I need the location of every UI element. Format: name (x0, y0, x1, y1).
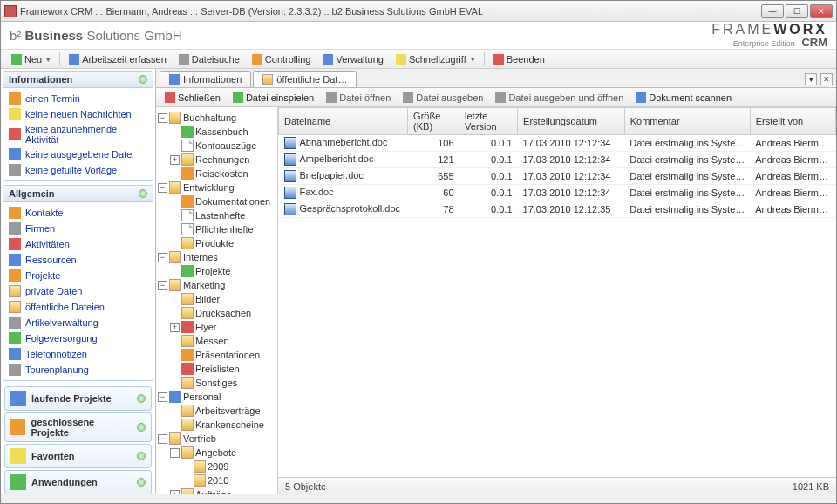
tree-entwicklung[interactable]: −Entwicklung (158, 180, 276, 194)
table-row[interactable]: Briefpapier.doc6550.0.117.03.2010 12:12:… (279, 168, 836, 185)
tree-lastenhefte[interactable]: Lastenhefte (158, 208, 276, 222)
col-groesse[interactable]: Größe (KB) (408, 108, 459, 135)
tree-flyer[interactable]: +Flyer (158, 320, 276, 334)
tree-krankenscheine[interactable]: Krankenscheine (158, 418, 276, 432)
expand-icon (137, 423, 146, 432)
tree-auftraege[interactable]: +Aufträge (158, 487, 276, 494)
nav-aktivitaeten[interactable]: Aktivitäten (5, 236, 151, 252)
tree-kassenbuch[interactable]: Kassenbuch (158, 125, 276, 139)
tree-praesentationen[interactable]: Präsentationen (158, 348, 276, 362)
folder-icon (181, 307, 194, 319)
menu-arbeitszeit[interactable]: Arbeitszeit erfassen (64, 52, 172, 66)
tree-marketing[interactable]: −Marketing (158, 278, 276, 292)
nav-telefonnotizen[interactable]: Telefonnotizen (5, 346, 151, 362)
tab-informationen[interactable]: Informationen (160, 71, 251, 87)
info-link-nachrichten[interactable]: keine neuen Nachrichten (5, 106, 151, 122)
tree-drucksachen[interactable]: Drucksachen (158, 306, 276, 320)
tree-produkte[interactable]: Produkte (158, 236, 276, 250)
close-button[interactable]: ✕ (810, 4, 833, 18)
expand-icon[interactable]: + (170, 323, 180, 332)
file-table[interactable]: Dateiname Größe (KB) letzte Version Erst… (278, 107, 836, 477)
menu-schnellzugriff[interactable]: Schnellzugriff▾ (391, 52, 480, 66)
nav-folgeversorgung[interactable]: Folgeversorgung (5, 330, 151, 346)
expand-icon[interactable]: + (170, 155, 180, 165)
tree-2010[interactable]: 2010 (158, 473, 276, 487)
tab-oeffentliche-dateien[interactable]: öffentliche Dat… (253, 71, 357, 87)
folder-tree[interactable]: −Buchhaltung Kassenbuch Kontoauszüge +Re… (156, 107, 278, 494)
col-erstellt-von[interactable]: Erstellt von (750, 108, 835, 135)
info-link-termin[interactable]: einen Termin (5, 91, 151, 106)
info-link-datei[interactable]: keine ausgegebene Datei (5, 146, 151, 162)
info-link-vorlage[interactable]: keine gefüllte Vorlage (5, 162, 151, 178)
collapse-icon[interactable]: − (158, 281, 167, 290)
nav-artikelverwaltung[interactable]: Artikelverwaltung (5, 315, 151, 330)
info-link-aktivitaet[interactable]: keine anzunehmende Aktivität (5, 122, 151, 146)
calendar-icon (9, 92, 21, 105)
btn-dokument-scannen[interactable]: Dokument scannen (630, 91, 737, 105)
main-toolbar: Neu▾ Arbeitszeit erfassen Dateisuche Con… (1, 50, 836, 69)
menu-verwaltung[interactable]: Verwaltung (317, 52, 388, 66)
tree-2009[interactable]: 2009 (158, 460, 276, 473)
tree-sonstiges[interactable]: Sonstiges (158, 376, 276, 390)
table-row[interactable]: Abnahmebericht.doc1060.0.117.03.2010 12:… (279, 135, 836, 152)
btn-datei-ausgeben[interactable]: Datei ausgeben (398, 91, 488, 105)
tab-close-button[interactable]: ✕ (820, 73, 833, 85)
shortcut-favoriten[interactable]: Favoriten (4, 444, 152, 468)
panel-head-allgemein[interactable]: Allgemein (3, 186, 153, 202)
col-dateiname[interactable]: Dateiname (279, 108, 408, 135)
tree-internes[interactable]: −Internes (158, 250, 276, 264)
contacts-icon (9, 207, 21, 219)
collapse-icon[interactable]: − (158, 434, 167, 444)
btn-schliessen[interactable]: Schließen (160, 91, 226, 105)
tree-vertrieb[interactable]: −Vertrieb (158, 432, 276, 446)
exit-icon (493, 54, 504, 65)
tree-arbeitsvertraege[interactable]: Arbeitsverträge (158, 404, 276, 418)
tree-dokumentationen[interactable]: Dokumentationen (158, 194, 276, 208)
tree-buchhaltung[interactable]: −Buchhaltung (158, 111, 276, 125)
panel-head-informationen[interactable]: Informationen (3, 72, 153, 88)
table-row[interactable]: Ampelbericht.doc1210.0.117.03.2010 12:12… (279, 152, 836, 168)
tree-angebote[interactable]: −Angebote (158, 446, 276, 460)
company-bold: Business (25, 28, 84, 43)
tree-projekte[interactable]: Projekte (158, 264, 276, 278)
tree-messen[interactable]: Messen (158, 334, 276, 348)
tree-personal[interactable]: −Personal (158, 390, 276, 404)
collapse-icon[interactable]: − (158, 253, 167, 262)
minimize-button[interactable]: — (761, 4, 784, 18)
nav-firmen[interactable]: Firmen (5, 221, 151, 236)
menu-dateisuche[interactable]: Dateisuche (174, 52, 245, 66)
col-version[interactable]: letzte Version (459, 108, 518, 135)
tree-reisekosten[interactable]: Reisekosten (158, 167, 276, 180)
nav-kontakte[interactable]: Kontakte (5, 205, 151, 221)
btn-datei-oeffnen[interactable]: Datei öffnen (321, 91, 396, 105)
menu-beenden[interactable]: Beenden (488, 52, 550, 66)
btn-datei-einspielen[interactable]: Datei einspielen (228, 91, 319, 105)
collapse-icon[interactable]: − (158, 113, 167, 123)
menu-neu[interactable]: Neu▾ (6, 52, 56, 66)
tree-kontoauszuege[interactable]: Kontoauszüge (158, 139, 276, 153)
export-open-icon (495, 92, 506, 103)
collapse-icon[interactable]: − (170, 448, 180, 458)
tree-bilder[interactable]: Bilder (158, 292, 276, 306)
table-row[interactable]: Gesprächsprotokoll.doc780.0.117.03.2010 … (279, 201, 836, 218)
btn-datei-ausgeben-oeffnen[interactable]: Datei ausgeben und öffnen (490, 91, 629, 105)
table-row[interactable]: Fax.doc600.0.117.03.2010 12:12:34Datei e… (279, 185, 836, 201)
collapse-icon[interactable]: − (158, 183, 167, 193)
nav-private-daten[interactable]: private Daten (5, 283, 151, 299)
nav-tourenplanung[interactable]: Tourenplanung (5, 362, 151, 378)
maximize-button[interactable]: ☐ (786, 4, 808, 18)
nav-ressourcen[interactable]: Ressourcen (5, 252, 151, 268)
menu-controlling[interactable]: Controlling (247, 52, 316, 66)
nav-projekte[interactable]: Projekte (5, 268, 151, 283)
shortcut-geschlossene-projekte[interactable]: geschlossene Projekte (4, 412, 152, 442)
tree-pflichtenhefte[interactable]: Pflichtenhefte (158, 222, 276, 236)
shortcut-laufende-projekte[interactable]: laufende Projekte (4, 386, 152, 411)
tree-preislisten[interactable]: Preislisten (158, 362, 276, 376)
collapse-icon[interactable]: − (158, 392, 167, 402)
col-kommentar[interactable]: Kommentar (624, 108, 750, 135)
tree-rechnungen[interactable]: +Rechnungen (158, 153, 276, 167)
col-erstellungsdatum[interactable]: Erstellungsdatum (518, 108, 625, 135)
shortcut-anwendungen[interactable]: Anwendungen (4, 470, 152, 494)
tab-menu-button[interactable]: ▾ (805, 73, 817, 85)
nav-oeffentliche-dateien[interactable]: öffentliche Dateien (5, 299, 151, 315)
